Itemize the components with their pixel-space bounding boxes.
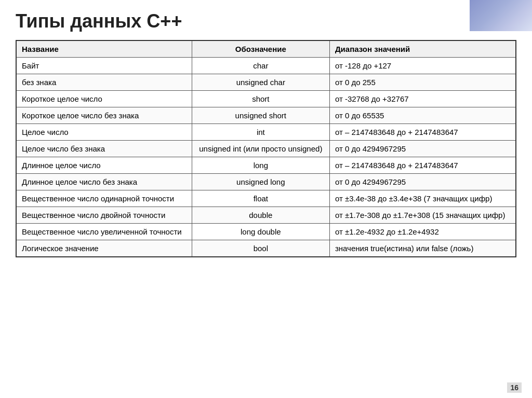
page-title: Типы данных С++ <box>0 0 532 40</box>
data-types-table: Название Обозначение Диапазон значений Б… <box>16 40 516 257</box>
table-row: без знакаunsigned charот 0 до 255 <box>16 74 516 91</box>
cell-designation: float <box>192 190 329 207</box>
cell-name: без знака <box>16 74 192 91</box>
cell-name: Целое число <box>16 124 192 141</box>
table-row: Байтcharот -128 до +127 <box>16 58 516 74</box>
table-container: Название Обозначение Диапазон значений Б… <box>0 40 532 268</box>
col-header-range: Диапазон значений <box>329 40 516 58</box>
col-header-designation: Обозначение <box>192 40 329 58</box>
cell-designation: unsigned long <box>192 174 329 190</box>
table-row: Логическое значениеboolзначения true(ист… <box>16 240 516 257</box>
table-row: Длинное целое числоlongот – 2147483648 д… <box>16 157 516 174</box>
cell-range: от 0 до 4294967295 <box>329 141 516 157</box>
table-row: Короткое целое числоshortот -32768 до +3… <box>16 91 516 107</box>
table-row: Вещественное число увеличенной точностиl… <box>16 224 516 240</box>
cell-designation: bool <box>192 240 329 257</box>
cell-name: Вещественное число одинарной точности <box>16 190 192 207</box>
cell-name: Короткое целое число <box>16 91 192 107</box>
page-number: 16 <box>507 382 522 393</box>
cell-range: от – 2147483648 до + 2147483647 <box>329 124 516 141</box>
cell-range: значения true(истина) или false (ложь) <box>329 240 516 257</box>
cell-range: от – 2147483648 до + 2147483647 <box>329 157 516 174</box>
table-row: Целое числоintот – 2147483648 до + 21474… <box>16 124 516 141</box>
cell-range: от -128 до +127 <box>329 58 516 74</box>
table-row: Целое число без знакаunsigned int (или п… <box>16 141 516 157</box>
cell-name: Логическое значение <box>16 240 192 257</box>
cell-name: Вещественное число двойной точности <box>16 207 192 224</box>
cell-name: Длинное целое число <box>16 157 192 174</box>
table-row: Вещественное число одинарной точностиflo… <box>16 190 516 207</box>
header-decoration <box>470 0 532 31</box>
cell-name: Короткое целое число без знака <box>16 107 192 124</box>
cell-range: от 0 до 255 <box>329 74 516 91</box>
cell-range: от ±1.2е-4932 до ±1.2е+4932 <box>329 224 516 240</box>
cell-range: от ±1.7е-308 до ±1.7е+308 (15 значащих ц… <box>329 207 516 224</box>
cell-designation: unsigned char <box>192 74 329 91</box>
table-header-row: Название Обозначение Диапазон значений <box>16 40 516 58</box>
cell-range: от 0 до 65535 <box>329 107 516 124</box>
cell-designation: long double <box>192 224 329 240</box>
cell-range: от ±3.4е-38 до ±3.4е+38 (7 значащих цифр… <box>329 190 516 207</box>
cell-range: от -32768 до +32767 <box>329 91 516 107</box>
col-header-name: Название <box>16 40 192 58</box>
cell-designation: unsigned short <box>192 107 329 124</box>
table-row: Вещественное число двойной точностиdoubl… <box>16 207 516 224</box>
cell-range: от 0 до 4294967295 <box>329 174 516 190</box>
cell-designation: char <box>192 58 329 74</box>
cell-designation: int <box>192 124 329 141</box>
cell-designation: long <box>192 157 329 174</box>
cell-name: Вещественное число увеличенной точности <box>16 224 192 240</box>
table-row: Длинное целое число без знакаunsigned lo… <box>16 174 516 190</box>
cell-name: Целое число без знака <box>16 141 192 157</box>
cell-designation: unsigned int (или просто unsigned) <box>192 141 329 157</box>
cell-name: Байт <box>16 58 192 74</box>
cell-designation: short <box>192 91 329 107</box>
cell-name: Длинное целое число без знака <box>16 174 192 190</box>
cell-designation: double <box>192 207 329 224</box>
table-row: Короткое целое число без знакаunsigned s… <box>16 107 516 124</box>
